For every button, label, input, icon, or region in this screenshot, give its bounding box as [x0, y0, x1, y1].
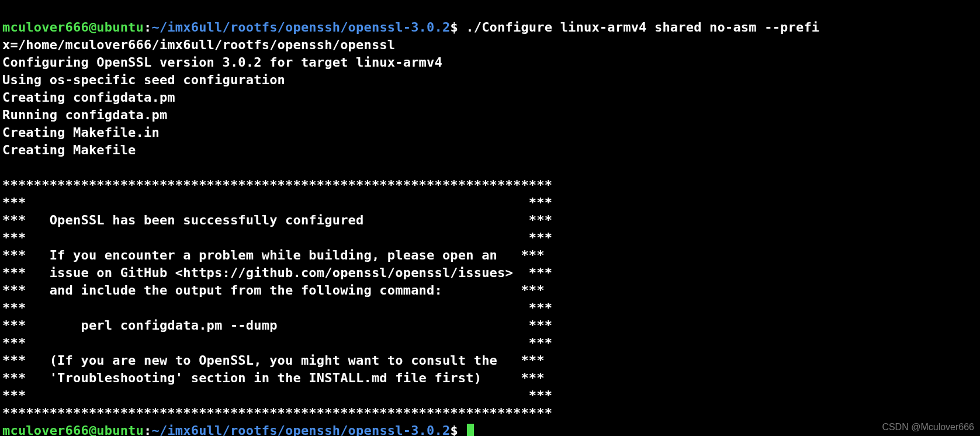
prompt-path: ~/imx6ull/rootfs/openssh/openssl-3.0.2 [151, 20, 450, 34]
prompt-user: mculover666@ubuntu [2, 20, 144, 34]
terminal-area[interactable]: mculover666@ubuntu:~/imx6ull/rootfs/open… [0, 0, 980, 436]
output-box-line: *** *** [2, 300, 552, 315]
prompt-path: ~/imx6ull/rootfs/openssh/openssl-3.0.2 [151, 423, 450, 436]
output-box-line: *** *** [2, 195, 552, 210]
output-box-line: *** *** [2, 335, 552, 350]
prompt-user: mculover666@ubuntu [2, 423, 144, 436]
output-line: Creating Makefile.in [2, 125, 160, 140]
output-line: Using os-specific seed configuration [2, 72, 285, 87]
output-line: Running configdata.pm [2, 108, 167, 122]
command-text-part1: ./Configure linux-armv4 shared no-asm --… [458, 20, 819, 34]
output-box-line: *** and include the output from the foll… [2, 283, 545, 297]
output-line: Creating configdata.pm [2, 90, 175, 105]
output-separator: ****************************************… [2, 178, 552, 192]
output-box-line: *** perl configdata.pm --dump *** [2, 318, 552, 333]
output-box-line: *** *** [2, 230, 552, 245]
output-box-line: *** *** [2, 388, 552, 403]
cursor-block [467, 424, 474, 436]
prompt-dollar: $ [450, 20, 458, 34]
prompt-line-1: mculover666@ubuntu:~/imx6ull/rootfs/open… [2, 20, 819, 34]
output-box-line: *** 'Troubleshooting' section in the INS… [2, 371, 545, 385]
watermark-text: CSDN @Mculover666 [882, 422, 974, 432]
output-box-line: *** issue on GitHub <https://github.com/… [2, 265, 552, 280]
output-box-line: *** (If you are new to OpenSSL, you migh… [2, 353, 545, 368]
output-line: Creating Makefile [2, 143, 136, 157]
output-box-line: *** OpenSSL has been successfully config… [2, 213, 552, 227]
output-box-line: *** If you encounter a problem while bui… [2, 248, 545, 262]
output-separator: ****************************************… [2, 406, 552, 420]
prompt-colon: : [144, 423, 151, 436]
prompt-colon: : [144, 20, 151, 34]
prompt-dollar: $ [450, 423, 466, 436]
command-text-part2: x=/home/mculover666/imx6ull/rootfs/opens… [2, 37, 395, 52]
output-line: Configuring OpenSSL version 3.0.2 for ta… [2, 55, 442, 70]
prompt-line-2[interactable]: mculover666@ubuntu:~/imx6ull/rootfs/open… [2, 423, 474, 436]
